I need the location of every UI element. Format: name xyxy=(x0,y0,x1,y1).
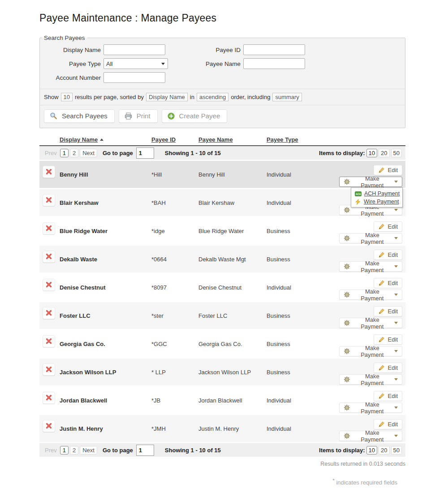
delete-payee-button[interactable] xyxy=(43,420,55,432)
edit-button[interactable]: Edit xyxy=(374,165,402,175)
page-1-button[interactable]: 1 xyxy=(60,149,69,157)
order-including-text: order, including xyxy=(231,94,270,100)
edit-button[interactable]: Edit xyxy=(374,306,402,316)
items-10-button[interactable]: 10 xyxy=(366,149,377,157)
print-button[interactable]: Print xyxy=(119,109,158,123)
items-20-button[interactable]: 20 xyxy=(379,446,389,454)
delete-payee-button[interactable] xyxy=(43,251,55,263)
payee-name-field[interactable] xyxy=(243,58,305,69)
page-2-button[interactable]: 2 xyxy=(70,446,78,454)
search-payees-panel: Search Payees Display Name Payee ID Paye… xyxy=(39,35,405,128)
items-to-display-group: Items to display: 10 20 50 xyxy=(319,446,402,454)
make-payment-button[interactable]: Make Payment xyxy=(339,318,402,328)
payee-type-cell: Individual xyxy=(267,171,334,178)
display-name-field[interactable] xyxy=(103,44,165,55)
account-number-label: Account Number xyxy=(42,74,101,81)
sort-order-token[interactable]: ascending xyxy=(197,93,228,101)
make-payment-button[interactable]: Make Payment xyxy=(339,402,402,413)
go-to-page-label: Go to page xyxy=(103,150,133,156)
payee-name-cell: Jordan Blackwell xyxy=(198,397,267,404)
payee-name-cell: Blue Ridge Water xyxy=(198,228,267,234)
in-text: in xyxy=(190,94,194,100)
edit-button[interactable]: Edit xyxy=(374,391,402,401)
pagination-bar-top: Prev 1 2 Next Go to page Showing 1 - 10 … xyxy=(39,146,405,160)
delete-payee-button[interactable] xyxy=(43,335,55,347)
pencil-icon xyxy=(378,393,385,399)
per-page-token[interactable]: 10 xyxy=(61,93,73,101)
delete-payee-button[interactable] xyxy=(43,364,55,376)
pencil-icon xyxy=(378,308,385,315)
delete-payee-button[interactable] xyxy=(43,222,55,234)
make-payment-button[interactable]: Make Payment xyxy=(339,261,402,272)
edit-button-label: Edit xyxy=(388,364,398,371)
make-payment-button[interactable]: Make Payment xyxy=(339,374,402,385)
items-10-button[interactable]: 10 xyxy=(366,446,377,454)
create-payee-button[interactable]: Create Payee xyxy=(162,109,228,123)
delete-payee-button[interactable] xyxy=(43,194,55,206)
prev-page-button[interactable]: Prev xyxy=(43,446,59,454)
red-x-icon xyxy=(45,253,52,260)
make-payment-button[interactable]: Make Payment xyxy=(339,290,402,300)
pencil-icon xyxy=(378,336,385,343)
make-payment-button-label: Make Payment xyxy=(353,429,391,443)
make-payment-button[interactable]: Make Payment xyxy=(339,177,402,187)
edit-button[interactable]: Edit xyxy=(374,250,402,260)
chevron-down-icon xyxy=(394,378,398,381)
red-x-icon xyxy=(45,366,52,373)
sort-field-token[interactable]: Display Name xyxy=(146,93,188,101)
edit-button[interactable]: Edit xyxy=(374,278,402,288)
search-form: Display Name Payee ID Payee Type All Pay… xyxy=(40,41,405,89)
svg-text:ACH: ACH xyxy=(356,192,361,195)
search-payees-button[interactable]: Search Payees xyxy=(44,109,115,123)
prev-page-button[interactable]: Prev xyxy=(43,149,59,157)
items-50-button[interactable]: 50 xyxy=(391,446,402,454)
payee-type-cell: Business xyxy=(267,312,334,319)
column-header-payee-type[interactable]: Payee Type xyxy=(267,136,334,143)
pagination-bar-bottom: Prev 1 2 Next Go to page Showing 1 - 10 … xyxy=(39,443,405,457)
table-row: Jackson Wilson LLP * LLP Jackson Wilson … xyxy=(39,359,405,385)
page-1-button[interactable]: 1 xyxy=(60,446,69,454)
edit-button[interactable]: Edit xyxy=(374,221,402,232)
table-row: Jordan Blackwell *JB Jordan Blackwell In… xyxy=(39,387,405,414)
pencil-icon xyxy=(378,421,385,428)
make-payment-button[interactable]: Make Payment xyxy=(339,233,402,243)
display-name-cell: Jackson Wilson LLP xyxy=(60,369,151,376)
delete-payee-button[interactable] xyxy=(43,307,55,319)
edit-button[interactable]: Edit xyxy=(374,334,402,345)
lightning-icon xyxy=(355,199,361,205)
edit-button[interactable]: Edit xyxy=(374,419,402,429)
next-page-button[interactable]: Next xyxy=(80,149,97,157)
chevron-down-icon xyxy=(394,265,398,268)
next-page-button[interactable]: Next xyxy=(80,446,97,454)
go-to-page-input[interactable] xyxy=(136,445,154,456)
search-actions-bar: Search Payees Print Create Payee xyxy=(40,105,405,128)
payee-type-select[interactable]: All xyxy=(103,58,168,69)
go-to-page-input[interactable] xyxy=(136,147,154,159)
account-number-field[interactable] xyxy=(103,72,165,83)
make-payment-button[interactable]: Make Payment xyxy=(339,431,402,441)
showing-results-text: Showing 1 - 10 of 15 xyxy=(165,150,221,156)
red-x-icon xyxy=(45,422,52,429)
items-20-button[interactable]: 20 xyxy=(379,149,389,157)
items-50-button[interactable]: 50 xyxy=(391,149,402,157)
red-x-icon xyxy=(45,309,52,316)
column-header-payee-id[interactable]: Payee ID xyxy=(151,136,198,143)
column-header-display-name[interactable]: Display Name xyxy=(60,136,151,143)
menu-item-ach-payment[interactable]: ACH ACH Payment xyxy=(351,190,402,198)
edit-button[interactable]: Edit xyxy=(374,363,402,373)
make-payment-button[interactable]: Make Payment xyxy=(339,346,402,356)
edit-button-label: Edit xyxy=(388,421,398,428)
delete-payee-button[interactable] xyxy=(43,166,55,178)
delete-payee-button[interactable] xyxy=(43,392,55,404)
edit-button-label: Edit xyxy=(388,336,398,343)
payee-id-field[interactable] xyxy=(243,44,305,55)
items-to-display-label: Items to display: xyxy=(319,447,365,454)
display-name-cell: Blair Kershaw xyxy=(60,199,151,206)
detail-level-token[interactable]: summary xyxy=(272,93,302,101)
column-header-payee-name[interactable]: Payee Name xyxy=(198,136,267,143)
page-2-button[interactable]: 2 xyxy=(70,149,78,157)
delete-payee-button[interactable] xyxy=(43,279,55,291)
menu-item-wire-payment[interactable]: Wire Payment xyxy=(351,198,402,206)
required-fields-note: * indicates required fields xyxy=(39,478,405,486)
payee-id-cell: *8097 xyxy=(151,284,198,291)
